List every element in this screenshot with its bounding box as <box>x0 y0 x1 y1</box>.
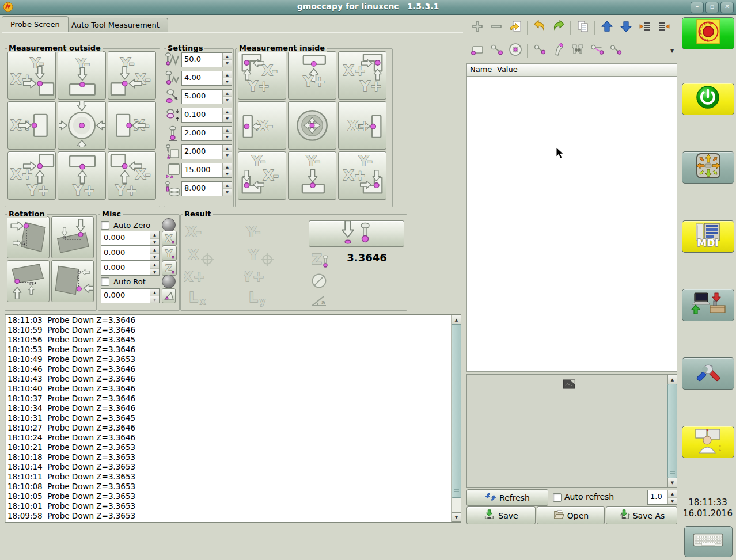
probe-inside-corner-ym-xm[interactable]: Y-X- <box>238 151 286 200</box>
spin-value[interactable]: 0.000 <box>101 261 150 275</box>
probe-inside-edge-xm[interactable]: X- <box>238 101 286 150</box>
spin-up[interactable]: ▲ <box>223 71 232 78</box>
probe-down-button[interactable] <box>309 220 404 247</box>
column-header-value[interactable]: Value <box>494 63 677 77</box>
toolbar-button-unindent[interactable] <box>635 18 654 37</box>
column-header-name[interactable]: Name <box>466 63 494 77</box>
probe-inside-corner-xm-yp[interactable]: X-Y+ <box>238 51 286 100</box>
scroll-down-arrow[interactable]: ▼ <box>667 478 677 487</box>
spin-value[interactable]: 0.000 <box>101 231 150 245</box>
probe-outside-corner-ym-xp[interactable]: Y-X+ <box>7 51 56 100</box>
power-button[interactable] <box>682 83 734 115</box>
spin-down[interactable]: ▼ <box>223 188 232 196</box>
refresh-button[interactable]: Refresh <box>466 489 548 506</box>
probe-inside-corner-xp-yp[interactable]: X+Y+ <box>338 51 386 100</box>
probe-outside-center[interactable] <box>58 101 106 150</box>
spin-value[interactable]: 5.000 <box>182 90 222 104</box>
spin-down[interactable]: ▼ <box>223 96 232 104</box>
open-button[interactable]: Open <box>537 506 605 524</box>
scroll-thumb[interactable] <box>667 384 677 478</box>
toolbar-button-add[interactable] <box>468 18 487 37</box>
spin-down[interactable]: ▼ <box>223 151 232 159</box>
scroll-up-arrow[interactable]: ▲ <box>452 315 461 325</box>
spin-up[interactable]: ▲ <box>223 163 232 170</box>
toolbar-button-redo[interactable] <box>549 18 568 37</box>
toolbar-button-circle-point[interactable] <box>506 41 525 60</box>
probe-outside-corner-ym-xm[interactable]: Y-X- <box>108 51 156 100</box>
save-button[interactable]: Save <box>466 506 536 524</box>
estop-button[interactable]: Emergency Stop <box>682 17 734 49</box>
probe-inside-edge-yp[interactable]: Y+ <box>288 51 336 100</box>
keyboard-button[interactable] <box>684 526 733 557</box>
spin-up[interactable]: ▲ <box>223 108 232 115</box>
maximize-button[interactable]: ▫ <box>705 2 719 13</box>
tab-auto-tool-measurement[interactable]: Auto Tool Measurement <box>63 18 168 32</box>
probe-inside-hole-center[interactable] <box>288 101 336 150</box>
probe-outside-edge-xm[interactable]: X- <box>108 101 156 150</box>
gremlin-preview[interactable]: ▲ ▼ <box>466 374 677 488</box>
probe-inside-edge-ym[interactable]: Y- <box>288 151 336 200</box>
toolbar-button-move-up[interactable] <box>597 18 616 37</box>
spin-up[interactable]: ▲ <box>150 289 159 296</box>
set-z-offset-button[interactable]: Z <box>162 261 177 276</box>
toolbar-button-line-end[interactable] <box>606 41 625 60</box>
toolbar-button-move-down[interactable] <box>616 18 635 37</box>
spin-down[interactable]: ▼ <box>150 253 159 261</box>
toolbar-button-rect-point[interactable] <box>468 41 487 60</box>
scroll-down-arrow[interactable]: ▼ <box>452 512 461 522</box>
toolbar-button-triangle-points[interactable] <box>587 41 606 60</box>
minimize-button[interactable]: – <box>691 2 704 13</box>
spin-down[interactable]: ▼ <box>150 238 159 246</box>
toolbar-button-toolchange[interactable] <box>568 41 587 60</box>
auto-mode-button[interactable] <box>682 289 734 321</box>
toolbar-button-pen[interactable] <box>549 41 568 60</box>
toolbar-button-undo[interactable] <box>530 18 549 37</box>
probe-outside-edge-yp[interactable]: Y+ <box>58 151 106 200</box>
spin-value[interactable]: 4.00 <box>182 71 222 85</box>
dropdown-caret-icon[interactable]: ▼ <box>667 41 677 60</box>
angle-probe-y-top[interactable] <box>51 216 94 258</box>
close-button[interactable]: ✕ <box>720 2 734 13</box>
log-scrollbar[interactable]: ▲ ▼ <box>451 315 461 522</box>
angle-probe-x-right[interactable] <box>51 260 94 302</box>
scroll-up-arrow[interactable]: ▲ <box>667 375 677 384</box>
spin-down[interactable]: ▼ <box>223 59 232 67</box>
probe-log[interactable]: 18:11:03 Probe Down Z=3.364618:10:59 Pro… <box>5 314 461 523</box>
title-bar[interactable]: gmoccapy for linuxcnc 1.5.3.1 –▫✕ <box>0 0 736 15</box>
spin-up[interactable]: ▲ <box>223 145 232 152</box>
spin-up[interactable]: ▲ <box>223 182 232 189</box>
spin-value[interactable]: 0.000 <box>101 246 150 260</box>
toolbar-button-copy[interactable] <box>573 18 592 37</box>
spin-up[interactable]: ▲ <box>668 490 677 497</box>
spin-value[interactable]: 0.100 <box>182 108 222 122</box>
spin-down[interactable]: ▼ <box>223 170 232 177</box>
settings-button[interactable] <box>682 357 734 390</box>
scroll-thumb[interactable] <box>452 324 461 498</box>
angle-probe-x-left[interactable] <box>7 216 50 258</box>
spin-value[interactable]: 0.000 <box>101 289 150 303</box>
toolbar-button-remove[interactable] <box>487 18 506 37</box>
spin-value[interactable]: 1.0 <box>648 490 667 504</box>
save-as-button[interactable]: Save As <box>606 506 677 524</box>
spin-value[interactable]: 15.000 <box>182 163 222 177</box>
mdi-mode-button[interactable]: MDI <box>682 220 734 253</box>
toolbar-button-indent[interactable] <box>654 18 673 37</box>
spin-value[interactable]: 2.000 <box>182 127 222 140</box>
user-mode-button[interactable] <box>682 426 734 458</box>
value-table-body[interactable] <box>466 77 677 372</box>
spin-down[interactable]: ▼ <box>668 497 677 505</box>
spin-down[interactable]: ▼ <box>223 133 232 140</box>
spin-up[interactable]: ▲ <box>223 53 232 60</box>
toolbar-button-line-points[interactable] <box>487 41 506 60</box>
probe-inside-edge-xp[interactable]: X+ <box>338 101 386 150</box>
probe-outside-edge-ym[interactable]: Y- <box>58 51 106 100</box>
spin-up[interactable]: ▲ <box>150 261 159 268</box>
spin-down[interactable]: ▼ <box>150 296 159 303</box>
set-angle-button[interactable] <box>162 288 176 303</box>
jog-mode-button[interactable] <box>682 151 734 184</box>
spin-value[interactable]: 50.0 <box>182 53 222 67</box>
auto-zero-checkbox[interactable] <box>101 221 109 230</box>
toolbar-button-revert[interactable] <box>506 18 525 37</box>
set-y-offset-button[interactable]: Y <box>162 246 177 261</box>
preview-scrollbar[interactable]: ▲ ▼ <box>667 375 677 487</box>
